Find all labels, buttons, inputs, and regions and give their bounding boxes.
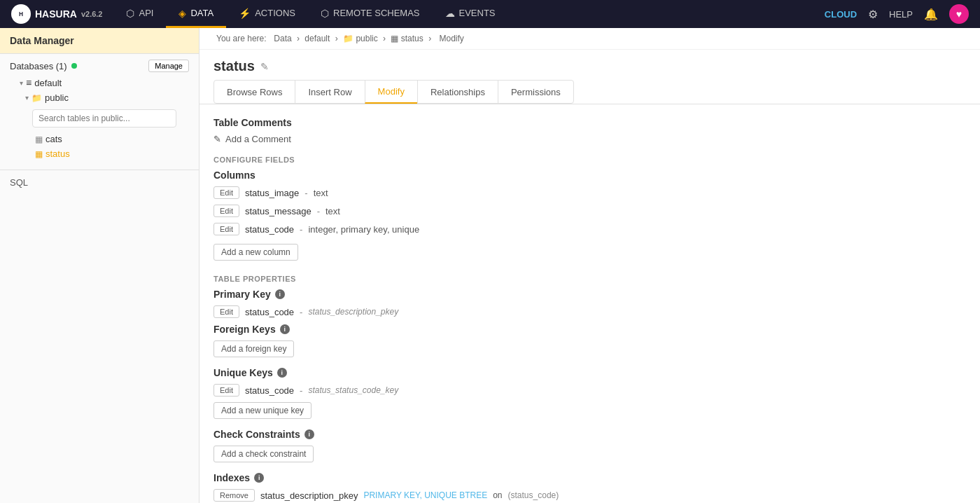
folder-icon: 📁 xyxy=(31,93,42,103)
tab-actions[interactable]: ⚡ ACTIONS xyxy=(226,0,308,28)
page-tabs: Browse Rows Insert Row Modify Relationsh… xyxy=(200,74,980,104)
table-properties-section: TABLE PROPERTIES Primary Key i Edit stat… xyxy=(214,275,966,503)
tab-insert-row[interactable]: Insert Row xyxy=(295,80,365,104)
databases-count-label: Databases (1) xyxy=(10,61,67,71)
edit-status-code-btn[interactable]: Edit xyxy=(214,223,239,235)
table-comments-section: Table Comments ✎ Add a Comment xyxy=(214,117,966,144)
breadcrumb-status[interactable]: ▦ status xyxy=(391,34,423,43)
default-db-label: default xyxy=(34,78,62,88)
table-comments-title: Table Comments xyxy=(214,117,966,128)
data-icon: ◈ xyxy=(178,8,186,19)
add-comment-link[interactable]: ✎ Add a Comment xyxy=(214,134,966,144)
col-name-status-image: status_image xyxy=(245,188,299,198)
col-name-status-message: status_message xyxy=(245,206,312,216)
add-unique-key-button[interactable]: Add a new unique key xyxy=(214,402,312,419)
help-link[interactable]: HELP xyxy=(889,9,913,20)
sidebar-header: Data Manager xyxy=(0,28,199,54)
col-type-status-code: integer, primary key, unique xyxy=(308,224,419,235)
check-constraints-title: Check Constraints i xyxy=(214,429,966,440)
status-dot xyxy=(71,63,77,69)
primary-key-section: Primary Key i Edit status_code - status_… xyxy=(214,289,966,318)
uk-constraint-name: status_status_code_key xyxy=(308,385,398,395)
breadcrumb: You are here: Data › default › 📁 public … xyxy=(200,28,980,50)
primary-key-row: Edit status_code - status_description_pk… xyxy=(214,305,966,318)
breadcrumb-default[interactable]: default xyxy=(304,34,330,43)
page-title-row: status ✎ xyxy=(200,50,980,74)
sidebar-item-default[interactable]: ▾ ≡ default xyxy=(15,75,183,90)
settings-icon[interactable]: ⚙ xyxy=(868,8,878,21)
unique-keys-title: Unique Keys i xyxy=(214,367,966,378)
foreign-keys-title: Foreign Keys i xyxy=(214,324,966,335)
sidebar-db-section: Databases (1) Manage ▾ ≡ default ▾ 📁 pub… xyxy=(0,54,199,167)
sidebar-item-public[interactable]: ▾ 📁 public xyxy=(15,90,183,105)
add-foreign-key-button[interactable]: Add a foreign key xyxy=(214,340,294,357)
sidebar-item-status[interactable]: ▦ status xyxy=(15,146,183,161)
edit-unique-key-btn[interactable]: Edit xyxy=(214,384,239,397)
edit-primary-key-btn[interactable]: Edit xyxy=(214,305,239,318)
content-area: Table Comments ✎ Add a Comment CONFIGURE… xyxy=(200,104,980,503)
api-icon: ⬡ xyxy=(126,8,134,19)
breadcrumb-public[interactable]: 📁 public xyxy=(343,34,378,43)
configure-fields-section: CONFIGURE FIELDS Columns Edit status_ima… xyxy=(214,156,966,261)
unique-keys-info-icon[interactable]: i xyxy=(277,368,287,378)
pk-col-name: status_code xyxy=(245,307,294,317)
search-tables-input[interactable] xyxy=(32,109,176,128)
tab-remote-schemas[interactable]: ⬡ REMOTE SCHEMAS xyxy=(308,0,433,28)
index-row-1: Remove status_description_pkey PRIMARY K… xyxy=(214,489,966,502)
chevron-down-icon: ▾ xyxy=(20,79,23,87)
table-properties-label: TABLE PROPERTIES xyxy=(214,275,966,283)
primary-key-title: Primary Key i xyxy=(214,289,966,300)
layout: Data Manager Databases (1) Manage ▾ ≡ de… xyxy=(0,28,980,503)
indexes-info-icon[interactable]: i xyxy=(254,473,264,483)
remote-schemas-icon: ⬡ xyxy=(321,8,329,19)
tab-browse-rows[interactable]: Browse Rows xyxy=(214,80,295,104)
title-edit-icon[interactable]: ✎ xyxy=(260,61,269,72)
col-name-status-code: status_code xyxy=(245,224,294,235)
status-table-label: status xyxy=(46,149,70,159)
breadcrumb-data[interactable]: Data xyxy=(274,34,291,43)
sidebar-item-cats[interactable]: ▦ cats xyxy=(15,132,183,146)
edit-comment-icon: ✎ xyxy=(214,134,221,144)
tab-api[interactable]: ⬡ API xyxy=(113,0,166,28)
unique-key-row: Edit status_code - status_status_code_ke… xyxy=(214,384,966,397)
sidebar-db-row: Databases (1) Manage xyxy=(10,60,189,72)
remove-index-1-btn[interactable]: Remove xyxy=(214,489,255,502)
primary-key-info-icon[interactable]: i xyxy=(275,289,285,299)
tab-relationships[interactable]: Relationships xyxy=(417,80,498,104)
tab-events[interactable]: ☁ EVENTS xyxy=(433,0,508,28)
sidebar-sql[interactable]: SQL xyxy=(0,170,199,195)
topnav: H HASURA v2.6.2 ⬡ API ◈ DATA ⚡ ACTIONS ⬡… xyxy=(0,0,980,28)
cloud-link[interactable]: CLOUD xyxy=(825,9,857,20)
columns-title: Columns xyxy=(214,170,966,181)
heart-icon: ♥ xyxy=(956,8,962,20)
index-1-on: on xyxy=(493,490,502,500)
foreign-keys-info-icon[interactable]: i xyxy=(280,324,290,334)
tab-modify[interactable]: Modify xyxy=(365,80,418,104)
check-constraints-info-icon[interactable]: i xyxy=(304,429,314,439)
tab-data[interactable]: ◈ DATA xyxy=(166,0,226,28)
database-icon: ≡ xyxy=(26,77,31,88)
app-logo[interactable]: H HASURA v2.6.2 xyxy=(11,4,102,24)
databases-label: Databases (1) xyxy=(10,61,77,71)
col-type-status-message: text xyxy=(326,206,340,216)
add-column-button[interactable]: Add a new column xyxy=(214,244,298,261)
tab-permissions[interactable]: Permissions xyxy=(498,80,574,104)
app-version: v2.6.2 xyxy=(81,10,103,18)
add-check-constraint-button[interactable]: Add a check constraint xyxy=(214,446,314,462)
edit-status-message-btn[interactable]: Edit xyxy=(214,205,239,217)
edit-status-image-btn[interactable]: Edit xyxy=(214,186,239,199)
col-type-status-image: text xyxy=(314,188,328,198)
sql-label: SQL xyxy=(10,177,28,188)
heart-button[interactable]: ♥ xyxy=(949,4,969,24)
chevron-down-icon-2: ▾ xyxy=(25,94,29,102)
indexes-title: Indexes i xyxy=(214,472,966,483)
actions-icon: ⚡ xyxy=(239,8,251,19)
sidebar-title: Data Manager xyxy=(10,35,189,46)
configure-fields-label: CONFIGURE FIELDS xyxy=(214,156,966,164)
pk-constraint-name: status_description_pkey xyxy=(308,307,398,317)
page-title: status xyxy=(214,58,255,74)
sidebar: Data Manager Databases (1) Manage ▾ ≡ de… xyxy=(0,28,200,503)
bell-icon[interactable]: 🔔 xyxy=(924,8,938,21)
table-icon-status: ▦ xyxy=(35,149,43,159)
manage-button[interactable]: Manage xyxy=(148,60,189,72)
